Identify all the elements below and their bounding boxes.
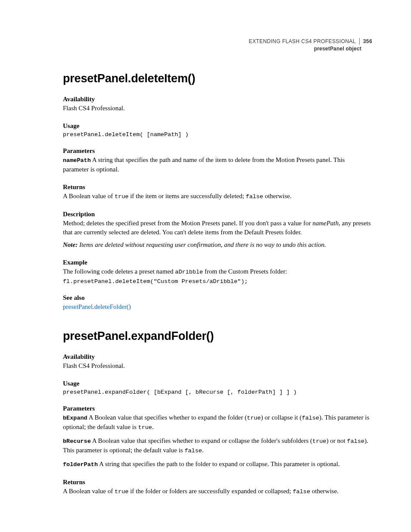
- availability-text-2: Flash CS4 Professional.: [63, 361, 372, 370]
- parameter-folderpath: folderPath A string that specifies the p…: [63, 460, 372, 469]
- note-text: Note: Items are deleted without requesti…: [63, 240, 372, 249]
- param-desc: A string that specifies the path and nam…: [63, 156, 345, 173]
- example-intro: The following code deletes a preset name…: [63, 267, 372, 277]
- param-name: namePath: [63, 157, 91, 164]
- method-heading-deleteitem: presetPanel.deleteItem(): [63, 72, 372, 85]
- parameter-bexpand: bExpand A Boolean value that specifies w…: [63, 413, 372, 432]
- description-text: Method; deletes the specified preset fro…: [63, 219, 372, 237]
- usage-label-2: Usage: [63, 380, 372, 387]
- method-heading-expandfolder: presetPanel.expandFolder(): [63, 330, 372, 343]
- example-code: fl.presetPanel.deleteItem("Custom Preset…: [63, 278, 372, 285]
- returns-text-2: A Boolean value of true if the folder or…: [63, 487, 372, 496]
- seealso-label: See also: [63, 294, 372, 302]
- usage-code-2: presetPanel.expandFolder( [bExpand [, bR…: [63, 389, 372, 395]
- example-label: Example: [63, 259, 372, 266]
- usage-code: presetPanel.deleteItem( [namePath] ): [63, 131, 372, 138]
- returns-label-2: Returns: [63, 479, 372, 486]
- returns-label: Returns: [63, 184, 372, 191]
- link-deletefolder[interactable]: presetPanel.deleteFolder(): [63, 303, 131, 310]
- running-head: EXTENDING FLASH CS4 PROFESSIONAL356 pres…: [63, 38, 372, 52]
- parameter-brecurse: bRecurse A Boolean value that specifies …: [63, 436, 372, 455]
- availability-text: Flash CS4 Professional.: [63, 104, 372, 113]
- parameters-label: Parameters: [63, 147, 372, 155]
- page-number: 356: [359, 38, 372, 45]
- parameter-namepath: namePath A string that specifies the pat…: [63, 156, 372, 174]
- usage-label: Usage: [63, 122, 372, 130]
- parameters-label-2: Parameters: [63, 405, 372, 412]
- header-top-row: EXTENDING FLASH CS4 PROFESSIONAL356: [63, 38, 372, 45]
- availability-label-2: Availability: [63, 353, 372, 361]
- returns-text: A Boolean value of true if the item or i…: [63, 192, 372, 201]
- seealso-links: presetPanel.deleteFolder(): [63, 302, 372, 311]
- description-label: Description: [63, 211, 372, 218]
- availability-label: Availability: [63, 96, 372, 103]
- page-container: EXTENDING FLASH CS4 PROFESSIONAL356 pres…: [0, 0, 411, 523]
- header-title: EXTENDING FLASH CS4 PROFESSIONAL: [249, 38, 356, 44]
- header-subtitle: presetPanel object: [63, 45, 372, 52]
